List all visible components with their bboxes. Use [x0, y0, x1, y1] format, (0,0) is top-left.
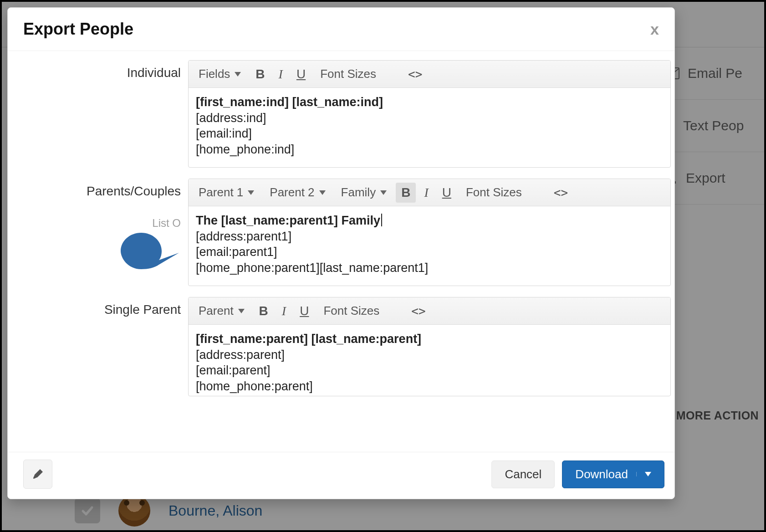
code-icon: <> — [554, 186, 568, 200]
underline-icon: U — [442, 185, 451, 200]
font-sizes-dropdown[interactable]: Font Sizes — [314, 63, 383, 85]
label-individual: Individual — [17, 60, 181, 168]
chevron-down-icon — [238, 309, 245, 313]
bold-button[interactable]: B — [396, 183, 416, 203]
bold-icon: B — [401, 185, 410, 200]
code-icon: <> — [411, 304, 425, 318]
content-line: [address:parent] — [196, 347, 663, 363]
font-sizes-dropdown[interactable]: Font Sizes — [460, 182, 528, 203]
label-parents: Parents/Couples — [17, 179, 181, 199]
code-button[interactable]: <> — [548, 183, 573, 202]
modal-body: Individual Fields B I U Font Sizes <> [f… — [8, 51, 674, 452]
underline-icon: U — [300, 304, 309, 318]
download-split-toggle[interactable] — [636, 472, 651, 476]
code-icon: <> — [408, 67, 422, 81]
row-parents: Parents/Couples List O Parent 1 Parent 2… — [17, 179, 665, 286]
editor-content-single[interactable]: [first_name:parent] [last_name:parent] [… — [189, 325, 670, 394]
code-button[interactable]: <> — [403, 65, 428, 84]
export-people-modal: Export People x Individual Fields B I U … — [7, 7, 675, 499]
label-parents-sub: List O — [17, 211, 181, 230]
italic-icon: I — [282, 304, 286, 318]
parent1-label: Parent 1 — [199, 185, 243, 200]
row-single-parent: Single Parent Parent B I U Font Sizes <>… — [17, 297, 665, 396]
editor-parents: Parent 1 Parent 2 Family B I U Font Size… — [188, 179, 671, 286]
editor-content-individual[interactable]: [first_name:ind] [last_name:ind] [addres… — [189, 88, 670, 167]
toolbar-single: Parent B I U Font Sizes <> — [189, 297, 670, 325]
font-sizes-label: Font Sizes — [323, 304, 379, 318]
cancel-button[interactable]: Cancel — [491, 460, 555, 488]
modal-title: Export People — [23, 20, 133, 39]
edit-template-button[interactable] — [23, 460, 52, 489]
annotation-pointer — [121, 233, 180, 274]
pencil-icon — [32, 468, 44, 480]
parent-dropdown[interactable]: Parent — [192, 300, 251, 322]
fields-dropdown-label: Fields — [199, 67, 230, 81]
cancel-label: Cancel — [505, 467, 541, 481]
underline-icon: U — [296, 67, 306, 82]
content-line: [email:ind] — [196, 126, 663, 142]
bold-icon: B — [255, 67, 265, 82]
toolbar-individual: Fields B I U Font Sizes <> — [189, 61, 670, 88]
font-sizes-label: Font Sizes — [320, 67, 376, 81]
code-button[interactable]: <> — [406, 302, 431, 321]
fields-dropdown[interactable]: Fields — [192, 63, 247, 85]
font-sizes-label: Font Sizes — [466, 185, 522, 200]
content-line: [home_phone:parent] — [196, 379, 663, 394]
italic-button[interactable]: I — [273, 64, 288, 84]
underline-button[interactable]: U — [291, 64, 311, 84]
chevron-down-icon — [319, 190, 326, 195]
row-individual: Individual Fields B I U Font Sizes <> [f… — [17, 60, 665, 168]
editor-content-parents[interactable]: The [last_name:parent1] Family [address:… — [189, 206, 670, 286]
family-dropdown[interactable]: Family — [335, 182, 393, 203]
content-line: [email:parent] — [196, 363, 663, 379]
content-line: [home_phone:ind] — [196, 142, 663, 158]
italic-button[interactable]: I — [276, 301, 291, 321]
modal-header: Export People x — [8, 8, 674, 51]
text-cursor — [381, 214, 382, 226]
content-line: [address:parent1] — [196, 229, 663, 245]
bold-button[interactable]: B — [254, 301, 274, 321]
parent-label: Parent — [199, 304, 234, 318]
chevron-down-icon — [645, 472, 651, 476]
chevron-down-icon — [235, 72, 241, 77]
content-line: [email:parent1] — [196, 244, 663, 260]
parent2-dropdown[interactable]: Parent 2 — [263, 182, 332, 203]
bold-button[interactable]: B — [250, 64, 270, 84]
underline-button[interactable]: U — [437, 183, 457, 203]
chevron-down-icon — [380, 190, 387, 195]
toolbar-parents: Parent 1 Parent 2 Family B I U Font Size… — [189, 179, 670, 206]
close-button[interactable]: x — [650, 20, 659, 38]
content-line: [first_name:parent] [last_name:parent] — [196, 332, 421, 346]
editor-single-parent: Parent B I U Font Sizes <> [first_name:p… — [188, 297, 671, 396]
content-line: [address:ind] — [196, 110, 663, 126]
modal-footer: Cancel Download — [8, 452, 674, 499]
content-line: [home_phone:parent1][last_name:parent1] — [196, 260, 663, 276]
underline-button[interactable]: U — [294, 301, 314, 321]
parent2-label: Parent 2 — [270, 185, 314, 200]
content-line: The [last_name:parent1] Family — [196, 214, 380, 227]
italic-icon: I — [279, 67, 283, 82]
download-button[interactable]: Download — [562, 460, 664, 488]
parent1-dropdown[interactable]: Parent 1 — [192, 182, 260, 203]
bold-icon: B — [259, 304, 268, 318]
font-sizes-dropdown[interactable]: Font Sizes — [317, 300, 386, 322]
label-single-parent: Single Parent — [17, 297, 181, 396]
content-line: [first_name:ind] [last_name:ind] — [196, 95, 383, 109]
chevron-down-icon — [248, 190, 254, 195]
italic-icon: I — [424, 185, 428, 200]
family-label: Family — [341, 185, 376, 200]
download-label: Download — [575, 467, 628, 481]
editor-individual: Fields B I U Font Sizes <> [first_name:i… — [188, 60, 671, 168]
italic-button[interactable]: I — [419, 183, 434, 203]
